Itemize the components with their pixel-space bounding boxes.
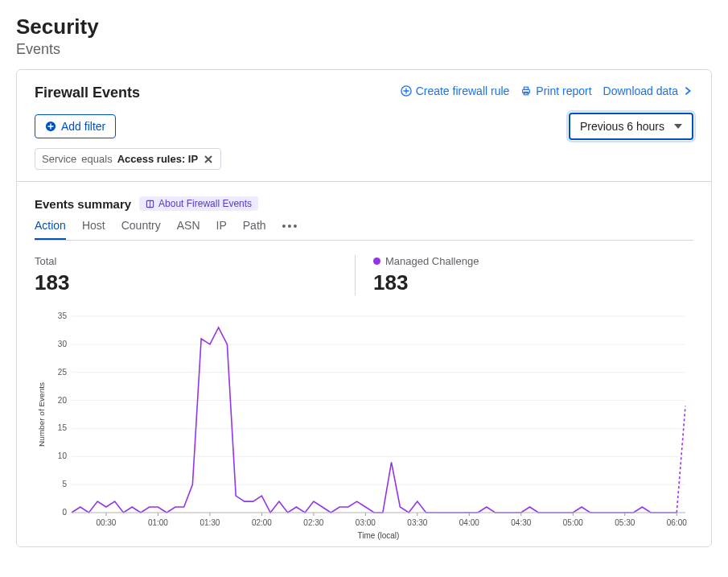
svg-text:5: 5 xyxy=(62,480,67,488)
svg-text:03:30: 03:30 xyxy=(407,518,427,527)
svg-text:01:30: 01:30 xyxy=(199,518,220,527)
svg-text:01:00: 01:00 xyxy=(148,518,168,527)
svg-text:0: 0 xyxy=(62,508,67,517)
stat-series-label: Managed Challenge xyxy=(385,255,479,267)
filter-operator: equals xyxy=(81,153,112,165)
create-firewall-rule-link[interactable]: Create firewall rule xyxy=(401,84,510,97)
tab-host[interactable]: Host xyxy=(82,219,105,240)
svg-text:10: 10 xyxy=(58,451,68,460)
svg-text:05:30: 05:30 xyxy=(615,518,635,527)
download-data-label: Download data xyxy=(603,84,678,97)
stats-row: Total 183 Managed Challenge 183 xyxy=(35,255,693,300)
plus-circle-icon xyxy=(401,85,412,97)
stat-total: Total 183 xyxy=(35,255,355,295)
close-icon xyxy=(204,155,213,164)
stat-total-label: Total xyxy=(35,255,347,267)
summary-tabs: ActionHostCountryASNIPPath••• xyxy=(35,219,693,241)
svg-text:00:30: 00:30 xyxy=(96,518,116,527)
book-icon xyxy=(146,200,154,208)
create-firewall-rule-label: Create firewall rule xyxy=(416,84,510,97)
filter-chip[interactable]: Service equals Access rules: IP xyxy=(35,148,221,170)
svg-rect-2 xyxy=(524,87,529,89)
add-filter-button[interactable]: Add filter xyxy=(35,114,116,138)
svg-text:15: 15 xyxy=(58,423,68,432)
remove-filter-button[interactable] xyxy=(203,154,214,165)
download-data-link[interactable]: Download data xyxy=(603,84,693,97)
add-filter-label: Add filter xyxy=(61,120,105,133)
svg-text:20: 20 xyxy=(58,396,68,405)
plus-circle-icon xyxy=(45,121,56,132)
panel-title: Firewall Events xyxy=(35,84,140,101)
svg-text:03:00: 03:00 xyxy=(356,518,376,527)
svg-text:05:00: 05:00 xyxy=(563,518,583,527)
tab-asn[interactable]: ASN xyxy=(177,219,200,240)
svg-text:02:00: 02:00 xyxy=(252,518,272,527)
stat-total-value: 183 xyxy=(35,270,347,295)
about-badge-label: About Firewall Events xyxy=(158,198,252,209)
time-range-select[interactable]: Previous 6 hours xyxy=(569,113,693,140)
svg-text:02:30: 02:30 xyxy=(303,518,323,527)
about-firewall-events-badge[interactable]: About Firewall Events xyxy=(139,196,258,211)
svg-text:Number of Events: Number of Events xyxy=(37,382,46,447)
svg-text:04:30: 04:30 xyxy=(511,518,531,527)
events-chart: 0510152025303500:3001:0001:3002:0002:300… xyxy=(35,308,693,542)
svg-text:Time (local): Time (local) xyxy=(358,531,400,540)
chevron-right-icon xyxy=(682,85,693,97)
caret-down-icon xyxy=(674,124,682,129)
tab-action[interactable]: Action xyxy=(35,219,66,240)
print-report-link[interactable]: Print report xyxy=(520,84,591,97)
print-report-label: Print report xyxy=(536,84,591,97)
page-title: Security xyxy=(16,14,712,39)
svg-text:30: 30 xyxy=(58,340,68,348)
series-color-dot xyxy=(373,258,380,265)
tab-country[interactable]: Country xyxy=(121,219,161,240)
tab-ip[interactable]: IP xyxy=(216,219,227,240)
stat-series: Managed Challenge 183 xyxy=(355,255,693,295)
tab-path[interactable]: Path xyxy=(243,219,266,240)
svg-text:25: 25 xyxy=(58,368,68,377)
firewall-events-panel: Firewall Events Create firewall rule Pri… xyxy=(16,69,712,547)
stat-series-value: 183 xyxy=(373,270,685,295)
svg-text:04:00: 04:00 xyxy=(459,518,479,527)
time-range-value: Previous 6 hours xyxy=(580,120,664,133)
panel-actions: Create firewall rule Print report Downlo… xyxy=(401,84,693,97)
tab-more[interactable]: ••• xyxy=(282,219,299,240)
svg-text:35: 35 xyxy=(58,311,68,320)
filter-value: Access rules: IP xyxy=(117,153,198,165)
printer-icon xyxy=(520,85,532,97)
page-subtitle: Events xyxy=(16,41,712,58)
svg-text:06:00: 06:00 xyxy=(667,518,687,527)
filter-field: Service xyxy=(42,153,76,165)
events-summary-title: Events summary xyxy=(35,197,131,211)
